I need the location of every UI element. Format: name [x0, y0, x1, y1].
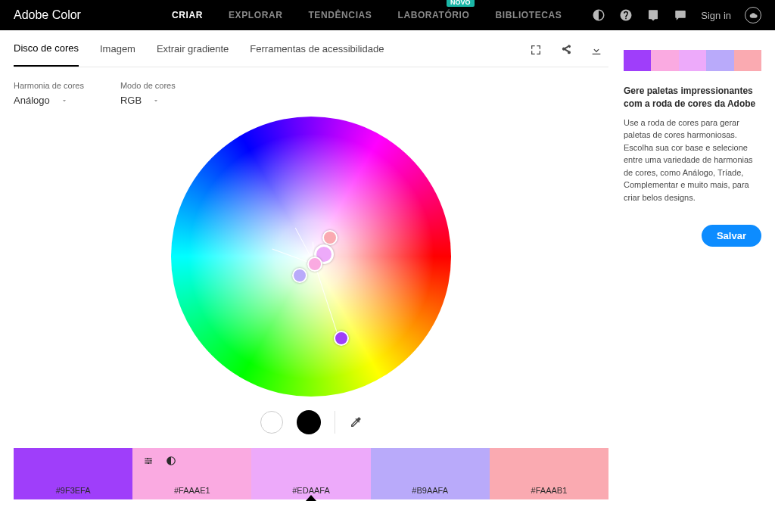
mini-palette[interactable] — [624, 50, 761, 71]
mini-swatch — [734, 50, 761, 71]
mini-swatch — [651, 50, 678, 71]
active-swatch-indicator — [306, 495, 316, 501]
side-body: Use a roda de cores para gerar paletas d… — [624, 117, 761, 204]
notification-icon[interactable] — [646, 8, 660, 22]
svg-point-0 — [147, 458, 148, 459]
swatch-1[interactable]: #9F3EFA — [14, 448, 132, 499]
help-icon[interactable] — [619, 8, 633, 22]
novo-badge: Novo — [447, 0, 475, 7]
bg-black-button[interactable] — [297, 410, 321, 434]
tab-gradiente[interactable]: Extrair gradiente — [157, 43, 229, 66]
sliders-icon[interactable] — [143, 456, 154, 466]
sign-in-link[interactable]: Sign in — [701, 10, 731, 21]
divider — [335, 411, 335, 434]
top-nav: CRIAR EXPLORAR TENDÊNCIAS Novo LABORATÓR… — [172, 10, 562, 20]
chevron-down-icon — [61, 97, 68, 104]
wheel-line — [315, 264, 340, 340]
wheel-handle[interactable] — [307, 257, 322, 272]
top-right-icons: Sign in — [592, 7, 761, 23]
nav-bibliotecas[interactable]: BIBLIOTECAS — [496, 10, 562, 20]
fullscreen-icon[interactable] — [530, 44, 542, 56]
palette-swatches: #9F3EFA #FAAAE1 #EDAAFA #B9AAFA #FAAAB1 — [14, 448, 608, 499]
mini-swatch — [679, 50, 706, 71]
color-wheel[interactable] — [171, 117, 451, 397]
nav-criar[interactable]: CRIAR — [172, 10, 203, 20]
side-panel: Gere paletas impressionantes com a roda … — [624, 42, 775, 499]
top-bar: Adobe Color CRIAR EXPLORAR TENDÊNCIAS No… — [0, 0, 775, 30]
nav-explorar[interactable]: EXPLORAR — [229, 10, 282, 20]
share-icon[interactable] — [560, 44, 572, 56]
swatch-3[interactable]: #EDAAFA — [251, 448, 370, 499]
harmony-control: Harmonia de cores Análogo — [14, 81, 84, 106]
tab-imagem[interactable]: Imagem — [100, 43, 135, 66]
svg-point-1 — [151, 460, 152, 462]
mode-dropdown[interactable]: RGB — [120, 95, 176, 106]
harmony-dropdown[interactable]: Análogo — [14, 95, 84, 106]
swatch-4[interactable]: #B9AAFA — [371, 448, 490, 499]
harmony-label: Harmonia de cores — [14, 81, 84, 90]
chevron-down-icon — [152, 97, 160, 104]
chat-icon[interactable] — [674, 8, 687, 22]
wheel-handle[interactable] — [322, 230, 338, 245]
contrast-icon[interactable] — [166, 456, 176, 466]
nav-laboratorio[interactable]: Novo LABORATÓRIO — [397, 10, 469, 20]
bg-white-button[interactable] — [260, 411, 283, 434]
tab-disco[interactable]: Disco de cores — [14, 42, 79, 67]
tab-acessibilidade[interactable]: Ferramentas de acessibilidade — [250, 43, 384, 66]
wheel-handle[interactable] — [334, 331, 349, 346]
cc-icon[interactable] — [745, 7, 761, 23]
moon-icon[interactable] — [592, 8, 605, 22]
mini-swatch — [706, 50, 733, 71]
wheel-toolbar — [14, 410, 608, 434]
swatch-5[interactable]: #FAAAB1 — [490, 448, 608, 499]
side-heading: Gere paletas impressionantes com a roda … — [624, 85, 761, 110]
mini-swatch — [624, 50, 651, 71]
mode-label: Modo de cores — [120, 81, 176, 90]
mode-control: Modo de cores RGB — [120, 81, 176, 106]
nav-tendencias[interactable]: TENDÊNCIAS — [308, 10, 372, 20]
wheel-handle[interactable] — [292, 268, 307, 283]
app-brand: Adobe Color — [14, 8, 81, 22]
eyedropper-icon[interactable] — [349, 415, 363, 429]
sub-tabs: Disco de cores Imagem Extrair gradiente … — [14, 42, 608, 67]
download-icon[interactable] — [590, 44, 602, 56]
save-button[interactable]: Salvar — [702, 225, 761, 247]
svg-point-2 — [148, 462, 149, 464]
swatch-2[interactable]: #FAAAE1 — [132, 448, 251, 499]
